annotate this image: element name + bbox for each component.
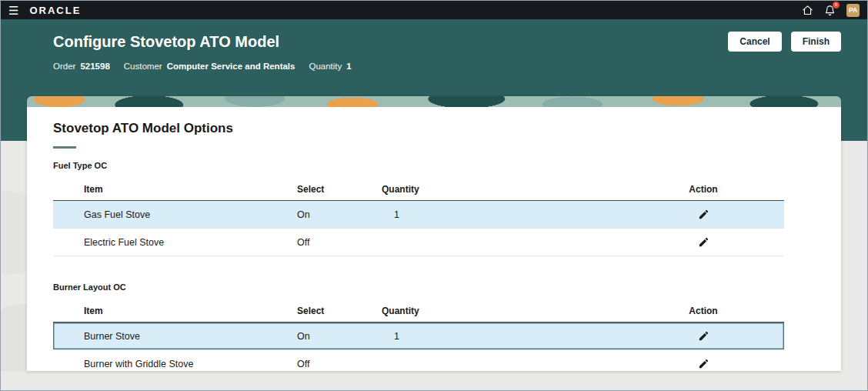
edit-row-button[interactable] bbox=[693, 329, 714, 343]
notification-badge: 6 bbox=[833, 2, 840, 8]
order-value: 521598 bbox=[80, 62, 109, 71]
notifications-bell-icon[interactable]: 6 bbox=[824, 5, 836, 16]
app-window: ☰ ORACLE 6 PA Configure Stovetop ATO Mod… bbox=[0, 0, 868, 391]
global-header: ☰ ORACLE 6 PA bbox=[1, 1, 867, 19]
pencil-icon bbox=[698, 330, 709, 342]
edit-row-button[interactable] bbox=[693, 235, 714, 249]
quantity-cell: 1 bbox=[382, 209, 623, 220]
item-cell: Burner with Griddle Stove bbox=[53, 359, 297, 369]
quantity-value: 1 bbox=[346, 62, 351, 71]
table-row-gas-fuel-stove[interactable]: Gas Fuel Stove On 1 bbox=[53, 201, 784, 229]
select-cell: On bbox=[297, 331, 382, 342]
customer-label: Customer bbox=[124, 62, 162, 71]
oracle-logo: ORACLE bbox=[29, 5, 81, 16]
table-row-electric-fuel-stove[interactable]: Electric Fuel Stove Off bbox=[53, 229, 784, 256]
column-header-quantity: Quantity bbox=[382, 306, 623, 316]
select-cell: Off bbox=[297, 359, 382, 369]
header-actions: Cancel Finish bbox=[728, 32, 841, 52]
table-row-burner-stove[interactable]: Burner Stove On 1 bbox=[53, 322, 784, 350]
customer-value: Computer Service and Rentals bbox=[167, 62, 295, 71]
page-title: Configure Stovetop ATO Model bbox=[27, 33, 279, 51]
pencil-icon bbox=[698, 209, 709, 220]
table-header-row: Item Select Quantity Action bbox=[53, 299, 784, 322]
item-cell: Electric Fuel Stove bbox=[53, 237, 297, 248]
pencil-icon bbox=[698, 358, 709, 369]
column-header-item: Item bbox=[53, 306, 297, 316]
burner-layout-table: Item Select Quantity Action Burner Stove… bbox=[53, 299, 784, 371]
order-meta-row: Order 521598 Customer Computer Service a… bbox=[27, 62, 841, 71]
user-avatar[interactable]: PA bbox=[846, 4, 860, 17]
column-header-select: Select bbox=[297, 184, 382, 195]
finish-button[interactable]: Finish bbox=[791, 32, 841, 52]
topbar-right: 6 PA bbox=[802, 4, 860, 17]
content-area: Stovetop ATO Model Options Fuel Type OC … bbox=[1, 82, 867, 371]
item-cell: Burner Stove bbox=[53, 331, 297, 342]
table-row-burner-with-griddle-stove[interactable]: Burner with Griddle Stove Off bbox=[53, 350, 784, 371]
item-cell: Gas Fuel Stove bbox=[53, 209, 297, 220]
section-label: Fuel Type OC bbox=[53, 161, 815, 170]
cancel-button[interactable]: Cancel bbox=[728, 32, 781, 52]
quantity-meta: Quantity 1 bbox=[309, 62, 351, 71]
home-icon[interactable] bbox=[802, 5, 813, 16]
order-meta: Order 521598 bbox=[53, 62, 110, 71]
quantity-label: Quantity bbox=[309, 62, 342, 71]
table-header-row: Item Select Quantity Action bbox=[53, 178, 784, 201]
hamburger-menu-icon[interactable]: ☰ bbox=[8, 5, 18, 16]
section-burner-layout: Burner Layout OC Item Select Quantity Ac… bbox=[53, 282, 815, 371]
select-cell: Off bbox=[297, 237, 382, 248]
column-header-action: Action bbox=[623, 184, 784, 195]
column-header-item: Item bbox=[53, 184, 297, 195]
options-card: Stovetop ATO Model Options Fuel Type OC … bbox=[27, 96, 841, 371]
pencil-icon bbox=[698, 236, 709, 248]
edit-row-button[interactable] bbox=[693, 356, 714, 371]
decorative-banner-art bbox=[27, 96, 841, 107]
quantity-cell: 1 bbox=[382, 331, 623, 342]
options-card-body: Stovetop ATO Model Options Fuel Type OC … bbox=[27, 107, 841, 371]
section-fuel-type: Fuel Type OC Item Select Quantity Action… bbox=[53, 161, 815, 256]
section-label: Burner Layout OC bbox=[53, 282, 815, 292]
edit-row-button[interactable] bbox=[693, 207, 714, 222]
title-underline bbox=[53, 146, 76, 149]
topbar-left: ☰ ORACLE bbox=[8, 5, 81, 16]
order-label: Order bbox=[53, 62, 75, 71]
column-header-action: Action bbox=[623, 306, 784, 316]
column-header-quantity: Quantity bbox=[382, 184, 623, 195]
fuel-type-table: Item Select Quantity Action Gas Fuel Sto… bbox=[53, 178, 784, 256]
column-header-select: Select bbox=[297, 306, 382, 316]
customer-meta: Customer Computer Service and Rentals bbox=[124, 62, 295, 71]
select-cell: On bbox=[297, 209, 382, 220]
page-header: Configure Stovetop ATO Model Cancel Fini… bbox=[1, 19, 867, 82]
card-title: Stovetop ATO Model Options bbox=[53, 121, 815, 136]
